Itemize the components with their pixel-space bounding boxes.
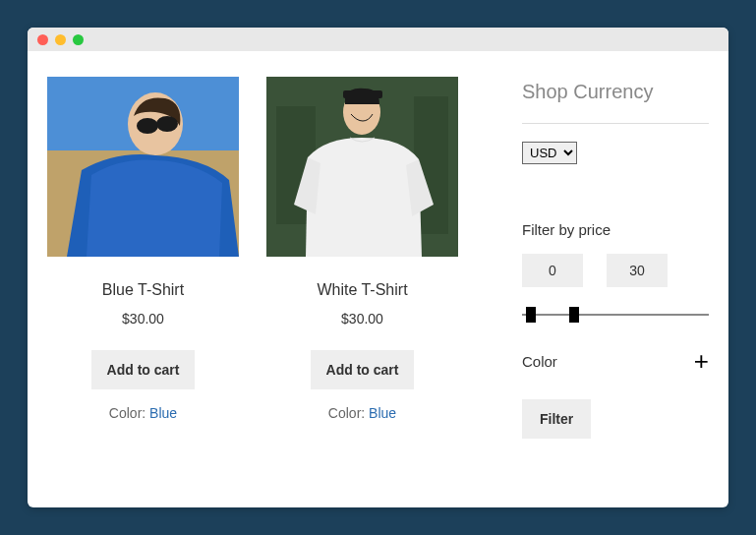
product-title[interactable]: White T-Shirt: [266, 281, 458, 299]
product-color-line: Color: Blue: [266, 405, 458, 421]
svg-rect-9: [343, 90, 382, 98]
filter-price-heading: Filter by price: [522, 221, 709, 238]
currency-select[interactable]: USD: [522, 142, 577, 164]
color-value[interactable]: Blue: [149, 405, 177, 421]
color-value[interactable]: Blue: [369, 405, 396, 421]
content-area: Blue T-Shirt $30.00 Add to cart Color: B…: [28, 51, 728, 507]
slider-handle-max[interactable]: [569, 307, 579, 323]
product-price: $30.00: [47, 311, 239, 327]
slider-handle-min[interactable]: [526, 307, 536, 323]
close-icon[interactable]: [37, 34, 48, 45]
divider: [522, 123, 709, 124]
minimize-icon[interactable]: [55, 34, 66, 45]
slider-track: [522, 314, 709, 316]
sidebar: Shop Currency USD Filter by price Color: [522, 77, 709, 498]
svg-point-4: [156, 116, 178, 132]
product-card: Blue T-Shirt $30.00 Add to cart Color: B…: [47, 77, 239, 498]
currency-heading: Shop Currency: [522, 81, 709, 103]
product-title[interactable]: Blue T-Shirt: [47, 281, 239, 299]
app-window: Blue T-Shirt $30.00 Add to cart Color: B…: [28, 28, 728, 507]
filter-button[interactable]: Filter: [522, 399, 591, 439]
color-filter-row: Color +: [522, 348, 709, 374]
price-min-input[interactable]: [522, 254, 583, 287]
product-image[interactable]: [266, 77, 458, 257]
price-max-input[interactable]: [607, 254, 668, 287]
maximize-icon[interactable]: [73, 34, 84, 45]
add-to-cart-button[interactable]: Add to cart: [91, 350, 196, 389]
color-filter-label: Color: [522, 353, 557, 370]
add-to-cart-button[interactable]: Add to cart: [311, 350, 415, 389]
product-price: $30.00: [266, 311, 458, 327]
product-image[interactable]: [47, 77, 239, 257]
filter-section: Filter by price Color + Filter: [522, 221, 709, 439]
svg-point-3: [137, 118, 158, 134]
product-color-line: Color: Blue: [47, 405, 239, 421]
product-card: White T-Shirt $30.00 Add to cart Color: …: [266, 77, 458, 498]
price-inputs: [522, 254, 709, 287]
product-grid: Blue T-Shirt $30.00 Add to cart Color: B…: [47, 77, 494, 498]
window-titlebar: [28, 28, 728, 51]
price-slider[interactable]: [522, 307, 709, 323]
plus-icon[interactable]: +: [694, 348, 709, 374]
color-prefix: Color:: [328, 405, 369, 421]
color-prefix: Color:: [109, 405, 149, 421]
